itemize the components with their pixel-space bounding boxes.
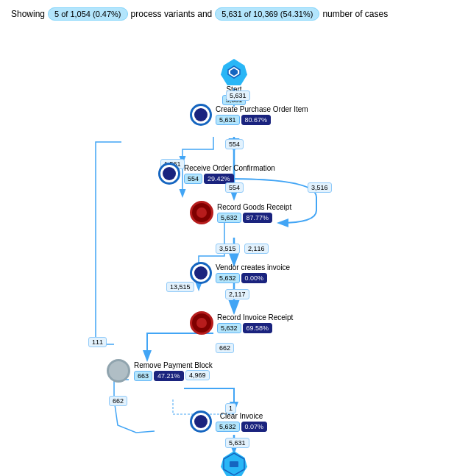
- edge-2116: 2,116: [244, 244, 269, 254]
- svg-rect-8: [230, 461, 238, 467]
- record-invoice-node[interactable]: Record Invoice Receipt 5,632 69.58%: [190, 311, 293, 335]
- record-goods-node[interactable]: Record Goods Receipt 5,632 87.77%: [190, 201, 291, 224]
- edge-662-top: 662: [216, 343, 234, 353]
- edge-3515: 3,515: [216, 244, 240, 254]
- edge-5631-end: 5,631: [225, 438, 249, 448]
- create-po-label: Create Purchase Order Item: [216, 105, 308, 113]
- receive-order-node[interactable]: Receive Order Confirmation 554 29.42%: [158, 163, 275, 185]
- vendor-invoice-node[interactable]: Vendor creates invoice 5,632 0.00%: [190, 262, 290, 284]
- record-invoice-label: Record Invoice Receipt: [217, 313, 293, 322]
- clear-invoice-count2: 0.07%: [241, 422, 268, 432]
- edge-554-main: 554: [225, 139, 244, 149]
- receive-order-circle: [158, 163, 180, 185]
- record-goods-count1: 5,632: [217, 213, 241, 223]
- record-invoice-count1: 5,632: [217, 323, 241, 333]
- clear-invoice-count1: 5,632: [216, 422, 240, 432]
- edge-554-left: 554: [225, 182, 244, 193]
- page-container: Showing 5 of 1,054 (0.47%) process varia…: [0, 0, 468, 476]
- remove-payment-count1: 663: [134, 371, 152, 381]
- remove-payment-label: Remove Payment Block: [134, 361, 213, 369]
- record-invoice-circle: [190, 311, 213, 335]
- clear-invoice-label: Clear Invoice: [216, 412, 267, 420]
- edge-4969: 4,969: [185, 370, 210, 380]
- vendor-invoice-count1: 5,632: [216, 273, 240, 283]
- connector1: process variants and: [131, 9, 213, 19]
- showing-label: Showing: [11, 9, 45, 19]
- edge-111: 111: [88, 337, 107, 347]
- create-po-circle: [190, 104, 212, 126]
- edge-662-bottom: 662: [109, 396, 127, 406]
- edge-3516: 3,516: [308, 182, 332, 193]
- record-goods-label: Record Goods Receipt: [217, 203, 291, 211]
- flow-diagram: Start 5,631 5,631 Create Purchase Order …: [0, 28, 468, 476]
- record-invoice-count2: 69.58%: [243, 323, 273, 333]
- remove-payment-circle: [107, 359, 130, 383]
- start-shape: [221, 59, 247, 85]
- clear-invoice-node[interactable]: Clear Invoice 5,632 0.07%: [190, 411, 267, 433]
- cases-badge: 5,631 of 10,369 (54.31%): [215, 7, 319, 21]
- end-shape: [221, 451, 247, 476]
- remove-payment-count2: 47.21%: [154, 371, 184, 381]
- create-po-node[interactable]: Create Purchase Order Item 5,631 80.67%: [190, 104, 308, 126]
- edge-start-create: 5,631: [226, 90, 250, 101]
- vendor-invoice-count2: 0.00%: [241, 273, 268, 283]
- create-po-count1: 5,631: [216, 115, 240, 125]
- create-po-count2: 80.67%: [241, 115, 272, 125]
- variants-badge: 5 of 1,054 (0.47%): [48, 7, 128, 21]
- receive-order-label: Receive Order Confirmation: [184, 164, 275, 172]
- connector2: number of cases: [322, 9, 388, 19]
- vendor-invoice-circle: [190, 262, 212, 284]
- vendor-invoice-label: Vendor creates invoice: [216, 263, 290, 271]
- record-goods-count2: 87.77%: [243, 213, 273, 223]
- end-node[interactable]: End 5,631: [221, 451, 247, 476]
- clear-invoice-circle: [190, 411, 212, 433]
- receive-order-count1: 554: [184, 174, 202, 184]
- header-bar: Showing 5 of 1,054 (0.47%) process varia…: [0, 0, 468, 28]
- edge-2117: 2,117: [225, 289, 249, 299]
- record-goods-circle: [190, 201, 213, 224]
